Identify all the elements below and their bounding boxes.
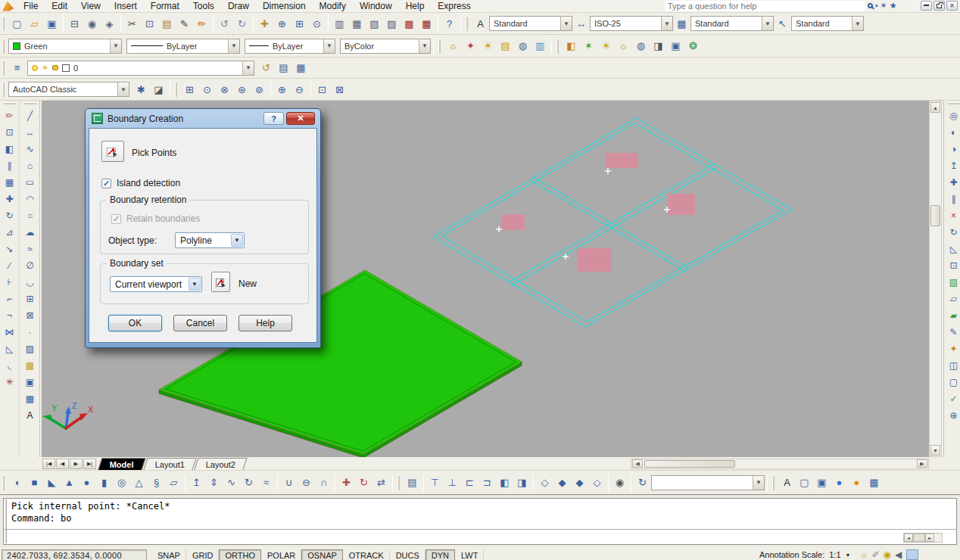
communication-center-icon[interactable]: ✴ <box>881 1 887 11</box>
toolbar-grip[interactable] <box>175 82 177 97</box>
toggle-ducs[interactable]: DUCS <box>390 549 425 560</box>
workspace-combo[interactable]: AutoCAD Classic▼ <box>8 82 129 97</box>
check-icon[interactable]: ✓ <box>946 390 960 407</box>
menu-item[interactable]: Window <box>353 0 399 12</box>
my-workspace-icon[interactable]: ◪ <box>150 81 167 98</box>
scale-icon[interactable]: ⊿ <box>2 224 18 241</box>
geographic-icon[interactable]: ◍ <box>632 37 650 54</box>
rotate-faces-icon[interactable]: ↻ <box>946 224 960 241</box>
dim-style-icon[interactable]: ↔ <box>572 15 590 33</box>
move-faces-icon[interactable]: ✚ <box>946 174 960 191</box>
annotation-visibility-icon[interactable]: ☼ <box>859 549 868 560</box>
delete-faces-icon[interactable]: × <box>946 207 960 224</box>
array-icon[interactable]: ▦ <box>2 174 18 191</box>
3d-rotate-icon[interactable]: ↻ <box>355 474 372 491</box>
tool-palettes-icon[interactable]: ▧ <box>366 15 383 33</box>
island-rectangles[interactable] <box>502 153 695 272</box>
menu-item[interactable]: Express <box>431 0 477 12</box>
table-style-icon[interactable]: ▦ <box>673 15 690 33</box>
toggle-otrack[interactable]: OTRACK <box>343 549 390 560</box>
lineweight-combo[interactable]: ByLayer▼ <box>245 39 335 54</box>
mleader-style-icon[interactable]: ↖ <box>774 15 791 33</box>
copy-icon[interactable]: ⊡ <box>2 124 18 141</box>
menu-item[interactable]: Help <box>399 0 432 12</box>
intersect-icon[interactable]: ◑ <box>946 141 960 157</box>
tray-arrow-icon[interactable]: ◀ <box>895 549 902 560</box>
offset-icon[interactable]: ∥ <box>2 157 18 174</box>
layer-combo[interactable]: ☀ 0 ▼ <box>27 61 254 76</box>
copy-faces-icon[interactable]: ⊡ <box>946 257 960 274</box>
ok-button[interactable]: OK <box>108 315 162 331</box>
tab-nav-button[interactable]: ▶| <box>83 459 96 469</box>
toggle-snap[interactable]: SNAP <box>151 549 186 560</box>
make-block-icon[interactable]: ⊠ <box>22 307 39 324</box>
toolbar-grip[interactable] <box>2 61 5 76</box>
revolve-icon[interactable]: ↻ <box>240 474 257 491</box>
chevron-down-icon[interactable]: ▼ <box>323 39 335 53</box>
table-style-combo[interactable]: Standard▼ <box>690 16 774 31</box>
cylinder-icon[interactable]: ▮ <box>95 474 113 491</box>
island-detection-checkbox[interactable]: ✓ <box>101 179 111 188</box>
layer-properties-icon[interactable]: ≡ <box>8 59 26 76</box>
search-icon[interactable] <box>868 3 873 8</box>
zoom-scale-icon[interactable]: ⊗ <box>216 81 233 98</box>
line-icon[interactable]: ╱ <box>22 107 39 124</box>
sun-status-icon[interactable]: ▤ <box>497 37 514 54</box>
copy-icon[interactable]: ⊡ <box>141 15 158 33</box>
rotate-icon[interactable]: ↻ <box>2 207 18 224</box>
hatch-icon[interactable]: ▨ <box>22 341 39 357</box>
object-type-combo[interactable]: Polyline ▼ <box>175 232 245 248</box>
render-icon[interactable]: ✶ <box>580 37 597 54</box>
union-icon[interactable]: ∪ <box>280 474 298 491</box>
taper-faces-icon[interactable]: ◺ <box>946 241 960 257</box>
box-icon[interactable]: ■ <box>26 474 43 491</box>
materials-icon[interactable]: ❂ <box>684 37 702 54</box>
open-icon[interactable]: ▱ <box>26 15 43 33</box>
status-tray[interactable] <box>906 549 918 560</box>
tab-model[interactable]: Model <box>98 458 145 470</box>
sheet-set-manager-icon[interactable]: ▨ <box>383 15 401 33</box>
sky-background-icon[interactable]: ▥ <box>531 37 549 54</box>
color-faces-icon[interactable]: ▧ <box>946 274 960 291</box>
se-isometric-icon[interactable]: ◆ <box>553 474 571 491</box>
conceptual-icon[interactable]: ● <box>848 474 865 491</box>
extrude-faces-icon[interactable]: ↥ <box>946 157 960 174</box>
light-list-icon[interactable]: ☀ <box>479 37 497 54</box>
scroll-right-icon[interactable]: ▶ <box>925 534 934 542</box>
zoom-extents-icon[interactable]: ⊠ <box>331 81 348 98</box>
canvas-vertical-scrollbar[interactable]: ▲ ▼ <box>929 101 942 457</box>
extrude-icon[interactable]: ↥ <box>188 474 205 491</box>
explode-icon[interactable]: ✳ <box>2 374 18 390</box>
camera-icon[interactable]: ◉ <box>611 474 628 491</box>
redo-icon[interactable]: ↻ <box>233 15 251 33</box>
top-view-icon[interactable]: ⊤ <box>426 474 444 491</box>
scroll-right-icon[interactable]: ▶ <box>917 459 927 468</box>
zoom-realtime-icon[interactable]: ⊕ <box>273 15 291 33</box>
chamfer-icon[interactable]: ◺ <box>2 341 18 357</box>
command-splitter[interactable] <box>5 499 7 543</box>
pick-points-button[interactable] <box>101 141 124 162</box>
text-style-icon[interactable]: A <box>472 15 489 33</box>
subtract-icon[interactable]: ◐ <box>946 124 960 141</box>
scrollbar-thumb[interactable] <box>644 460 735 468</box>
toolbar-grip[interactable] <box>438 39 441 54</box>
cancel-button[interactable]: Cancel <box>173 315 227 331</box>
help-button[interactable]: Help <box>238 315 292 331</box>
spline-icon[interactable]: ≈ <box>22 241 39 257</box>
toggle-ortho[interactable]: ORTHO <box>219 549 261 560</box>
restore-button[interactable] <box>934 1 945 11</box>
union-icon[interactable]: ◎ <box>946 107 960 124</box>
minimize-button[interactable] <box>921 1 932 11</box>
arc-icon[interactable]: ◠ <box>22 191 39 207</box>
designcenter-icon[interactable]: ▦ <box>348 15 366 33</box>
break-icon[interactable]: ¬ <box>2 307 18 324</box>
constrained-orbit-icon[interactable]: ⊕ <box>946 407 960 424</box>
tab-nav-button[interactable]: |◀ <box>42 459 55 469</box>
sweep-icon[interactable]: ∿ <box>223 474 240 491</box>
publish-icon[interactable]: ◈ <box>101 15 118 33</box>
trim-icon[interactable]: ∕ <box>2 257 18 274</box>
paste-icon[interactable]: ▤ <box>158 15 176 33</box>
chevron-down-icon[interactable]: ▼ <box>419 39 430 53</box>
planar-surface-icon[interactable]: ▱ <box>165 474 182 491</box>
polygon-icon[interactable]: ⌂ <box>22 157 39 174</box>
